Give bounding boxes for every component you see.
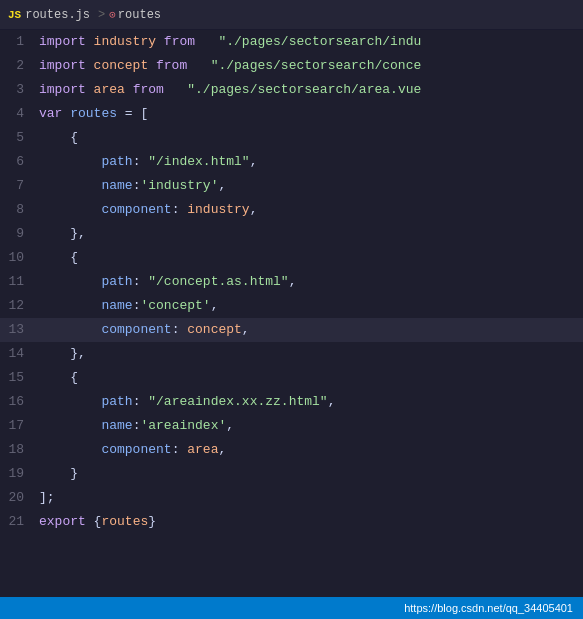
token: import [39,82,94,97]
line-number: 9 [0,222,36,246]
line-content: { [39,366,78,390]
code-line: 17 name:'areaindex', [0,414,583,438]
code-line: 3import area from "./pages/sectorsearch/… [0,78,583,102]
line-number: 7 [0,174,36,198]
token: }, [39,346,86,361]
token: , [289,274,297,289]
tab-separator: > [98,8,105,22]
code-line: 11 path: "/concept.as.html", [0,270,583,294]
token: "/areaindex.xx.zz.html" [148,394,327,409]
line-content: } [39,462,78,486]
token: name [39,418,133,433]
line-number: 11 [0,270,36,294]
line-content: path: "/concept.as.html", [39,270,296,294]
token: area [94,82,125,97]
token: routes [70,106,117,121]
token: component [39,322,172,337]
code-line: 4var routes = [ [0,102,583,126]
token: ]; [39,490,55,505]
token: from [125,82,172,97]
token: , [242,322,250,337]
code-line: 16 path: "/areaindex.xx.zz.html", [0,390,583,414]
token: , [226,418,234,433]
line-content: export {routes} [39,510,156,534]
line-number: 1 [0,30,36,54]
token: concept [94,58,149,73]
token: path [39,274,133,289]
line-number: 5 [0,126,36,150]
tab-bar: JS routes.js > ⊙ routes [0,0,583,30]
token: component [39,442,172,457]
token: path [39,154,133,169]
token: concept [187,322,242,337]
line-content: }, [39,342,86,366]
line-content: name:'areaindex', [39,414,234,438]
line-number: 12 [0,294,36,318]
line-number: 3 [0,78,36,102]
token: "/concept.as.html" [148,274,288,289]
token: "/index.html" [148,154,249,169]
code-container: 1import industry from "./pages/sectorsea… [0,30,583,597]
line-number: 18 [0,438,36,462]
line-number: 4 [0,102,36,126]
line-content: name:'industry', [39,174,226,198]
line-content: component: industry, [39,198,257,222]
code-line: 8 component: industry, [0,198,583,222]
line-content: var routes = [ [39,102,148,126]
token: , [250,202,258,217]
code-line: 13 component: concept, [0,318,583,342]
line-content: name:'concept', [39,294,218,318]
code-line: 9 }, [0,222,583,246]
token: var [39,106,70,121]
line-number: 2 [0,54,36,78]
token: 'industry' [140,178,218,193]
line-number: 20 [0,486,36,510]
breadcrumb-text: routes [118,8,161,22]
code-line: 5 { [0,126,583,150]
code-line: 21export {routes} [0,510,583,534]
token: { [39,250,78,265]
code-line: 12 name:'concept', [0,294,583,318]
line-number: 10 [0,246,36,270]
line-number: 16 [0,390,36,414]
line-number: 6 [0,150,36,174]
token: : [172,442,188,457]
line-number: 19 [0,462,36,486]
line-content: { [39,126,78,150]
line-content: component: area, [39,438,226,462]
token: , [211,298,219,313]
code-line: 10 { [0,246,583,270]
token: }, [39,226,86,241]
token: area [187,442,218,457]
status-bar: https://blog.csdn.net/qq_34405401 [0,597,583,619]
code-line: 1import industry from "./pages/sectorsea… [0,30,583,54]
token: } [39,466,78,481]
token: name [39,178,133,193]
token: component [39,202,172,217]
token: "./pages/sectorsearch/indu [203,34,421,49]
token: { [39,130,78,145]
code-line: 20]; [0,486,583,510]
line-number: 8 [0,198,36,222]
line-content: component: concept, [39,318,250,342]
line-content: path: "/index.html", [39,150,257,174]
token: } [148,514,156,529]
code-line: 15 { [0,366,583,390]
token: "./pages/sectorsearch/conce [195,58,421,73]
token: 'areaindex' [140,418,226,433]
line-number: 15 [0,366,36,390]
status-url: https://blog.csdn.net/qq_34405401 [404,602,573,614]
code-line: 18 component: area, [0,438,583,462]
tab-js-icon: JS [8,9,21,21]
tab-filename[interactable]: routes.js [25,8,90,22]
line-number: 21 [0,510,36,534]
token: : [133,394,149,409]
token: , [250,154,258,169]
line-number: 17 [0,414,36,438]
token: import [39,58,94,73]
breadcrumb-icon: ⊙ [109,8,116,21]
token: from [156,34,203,49]
token: industry [187,202,249,217]
token: from [148,58,195,73]
token: 'concept' [140,298,210,313]
